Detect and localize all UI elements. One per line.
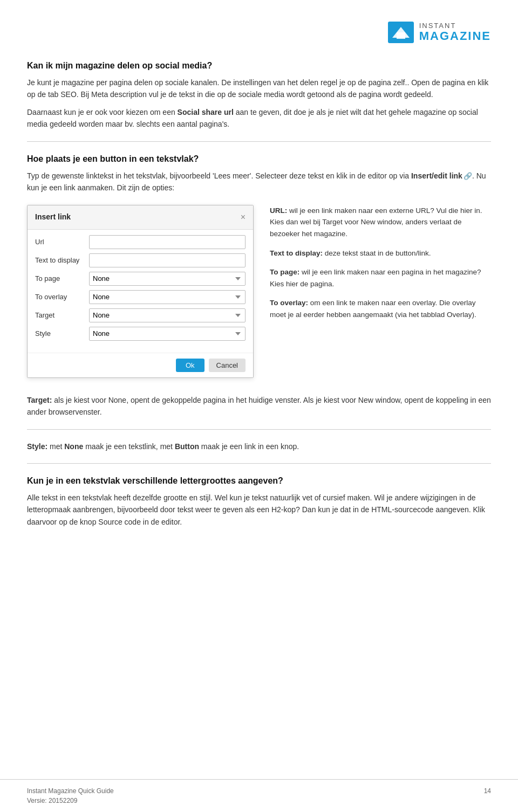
dialog-field-style: Style None <box>35 327 246 341</box>
dialog-header: Insert link × <box>28 205 253 230</box>
section-social-media: Kan ik mijn magazine delen op social med… <box>27 59 491 130</box>
explanation-to-page: To page: wil je een link maken naar een … <box>270 266 491 290</box>
section1-para2: Daarnaast kun je er ook voor kiezen om e… <box>27 106 491 130</box>
logo-magazine-label: MAGAZINE <box>419 30 491 43</box>
section-style: Style: met None maak je een tekstlink, m… <box>27 441 491 452</box>
section5-text: Alle tekst in een tekstvlak heeft dezelf… <box>27 492 491 528</box>
target-text: als je kiest voor None, opent de gekoppe… <box>27 396 491 416</box>
section5-title: Kun je in een tekstvlak verschillende le… <box>27 474 491 487</box>
url-label: URL: <box>270 207 287 215</box>
divider3 <box>27 463 491 464</box>
dialog-select-style[interactable]: None <box>89 327 246 341</box>
style-text: met None maak je een tekstlink, met Butt… <box>47 442 299 451</box>
link-icon: 🔗 <box>464 171 472 182</box>
dialog-field-text-display: Text to display <box>35 253 246 267</box>
dialog-close-button[interactable]: × <box>241 211 246 224</box>
section-button: Hoe plaats je een button in een tekstvla… <box>27 153 491 194</box>
section2-title: Hoe plaats je een button in een tekstvla… <box>27 153 491 166</box>
section-lettersize: Kun je in een tekstvlak verschillende le… <box>27 474 491 528</box>
dialog-label-style: Style <box>35 328 89 339</box>
explanation-text-display: Text to display: deze tekst staat in de … <box>270 247 491 259</box>
to-overlay-label: To overlay: <box>270 299 308 307</box>
dialog-label-target: Target <box>35 310 89 321</box>
page: INSTANT MAGAZINE Kan ik mijn magazine de… <box>0 0 518 812</box>
svg-rect-2 <box>397 32 405 39</box>
section1-title: Kan ik mijn magazine delen op social med… <box>27 59 491 72</box>
dialog-label-url: Url <box>35 237 89 247</box>
dialog-input-url[interactable] <box>89 235 246 249</box>
divider1 <box>27 141 491 142</box>
dialog-field-target: Target None <box>35 308 246 322</box>
footer-left-block: Instant Magazine Quick Guide Versie: 201… <box>27 786 114 806</box>
footer: Instant Magazine Quick Guide Versie: 201… <box>0 779 518 812</box>
footer-version: Versie: 20152209 <box>27 796 114 806</box>
dialog-field-to-overlay: To overlay None <box>35 290 246 304</box>
target-para: Target: als je kiest voor None, opent de… <box>27 394 491 418</box>
dialog-select-to-page[interactable]: None <box>89 272 246 286</box>
insert-link-dialog: Insert link × Url Text to display To pag… <box>27 205 254 378</box>
logo-instant-label: INSTANT <box>419 22 491 30</box>
section1-para1: Je kunt je magazine per pagina delen op … <box>27 77 491 101</box>
to-page-label: To page: <box>270 268 299 276</box>
text-display-text: deze tekst staat in de button/link. <box>323 249 431 257</box>
dialog-select-target[interactable]: None <box>89 308 246 322</box>
logo: INSTANT MAGAZINE <box>388 22 491 43</box>
to-page-text: wil je een link maken naar een pagina in… <box>270 268 481 288</box>
style-label: Style: <box>27 442 47 451</box>
footer-page-number: 14 <box>484 786 491 806</box>
dialog-input-text-display[interactable] <box>89 253 246 267</box>
target-label: Target: <box>27 396 52 404</box>
url-text: wil je een link maken naar een externe U… <box>270 207 482 238</box>
dialog-body: Url Text to display To page None To over… <box>28 230 253 353</box>
logo-text: INSTANT MAGAZINE <box>419 22 491 43</box>
explanation-url: URL: wil je een link maken naar een exte… <box>270 205 491 240</box>
section-target: Target: als je kiest voor None, opent de… <box>27 394 491 418</box>
explanation-to-overlay: To overlay: om een link te maken naar ee… <box>270 297 491 320</box>
ok-button[interactable]: Ok <box>176 359 205 372</box>
style-button-inline: Button <box>175 442 199 451</box>
insert-edit-link-label: Insert/edit link <box>411 171 462 180</box>
dialog-footer: Ok Cancel <box>28 353 253 377</box>
section2-para1-text: Typ de gewenste linktekst in het tekstvl… <box>27 171 411 180</box>
style-none-inline: None <box>64 442 83 451</box>
footer-guide-label: Instant Magazine Quick Guide <box>27 786 114 796</box>
cancel-button[interactable]: Cancel <box>209 359 246 372</box>
dialog-field-url: Url <box>35 235 246 249</box>
dialog-explanation-row: Insert link × Url Text to display To pag… <box>27 205 491 378</box>
header: INSTANT MAGAZINE <box>27 22 491 43</box>
style-para: Style: met None maak je een tekstlink, m… <box>27 441 491 452</box>
dialog-select-to-overlay[interactable]: None <box>89 290 246 304</box>
text-display-label: Text to display: <box>270 249 323 257</box>
dialog-label-to-overlay: To overlay <box>35 292 89 302</box>
divider2 <box>27 429 491 430</box>
dialog-title: Insert link <box>35 211 71 223</box>
dialog-field-to-page: To page None <box>35 272 246 286</box>
section2-intro: Typ de gewenste linktekst in het tekstvl… <box>27 170 491 194</box>
logo-icon <box>388 22 414 43</box>
dialog-label-to-page: To page <box>35 273 89 284</box>
dialog-label-text-display: Text to display <box>35 255 89 266</box>
dialog-explanation: URL: wil je een link maken naar een exte… <box>270 205 491 328</box>
